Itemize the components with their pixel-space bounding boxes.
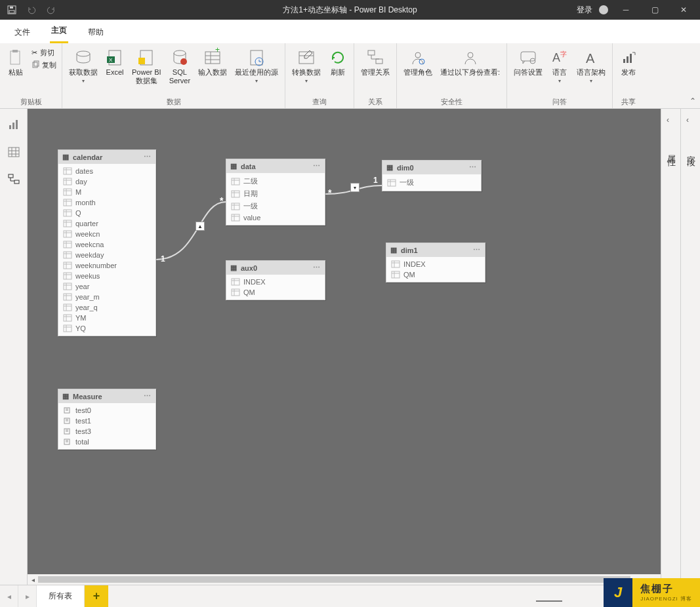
column-field[interactable]: year_m bbox=[58, 292, 155, 302]
table-data[interactable]: ▦data⋯ 二级日期一级value bbox=[226, 159, 325, 225]
measure-field[interactable]: test0 bbox=[58, 405, 155, 416]
column-field[interactable]: M bbox=[58, 187, 155, 197]
column-field[interactable]: INDEX bbox=[226, 277, 325, 287]
maximize-button[interactable]: ▢ bbox=[644, 0, 666, 20]
column-field[interactable]: QM bbox=[226, 287, 325, 298]
column-field[interactable]: Q bbox=[58, 208, 155, 218]
svg-rect-50 bbox=[64, 178, 72, 185]
column-field[interactable]: dates bbox=[58, 166, 155, 176]
measure-field[interactable]: test3 bbox=[58, 426, 155, 437]
ribbon-group-qa: 问答设置 A字语言▾ A语言架构▾ 问答 bbox=[507, 43, 613, 108]
svg-text:+: + bbox=[215, 45, 220, 54]
model-view-button[interactable] bbox=[6, 172, 22, 187]
publish-button[interactable]: 发布 bbox=[617, 47, 640, 78]
measure-field[interactable]: test1 bbox=[58, 416, 155, 426]
close-button[interactable]: ✕ bbox=[672, 0, 695, 20]
qa-settings-button[interactable]: 问答设置 bbox=[511, 47, 545, 78]
table-menu-button[interactable]: ⋯ bbox=[313, 162, 321, 170]
column-field[interactable]: YQ bbox=[58, 323, 155, 334]
column-field[interactable]: INDEX bbox=[386, 259, 485, 269]
table-menu-button[interactable]: ⋯ bbox=[144, 153, 152, 161]
column-field[interactable]: weekcna bbox=[58, 239, 155, 250]
column-field[interactable]: weekus bbox=[58, 271, 155, 281]
table-aux0[interactable]: ▦aux0⋯ INDEXQM bbox=[226, 260, 325, 300]
svg-point-26 bbox=[415, 52, 421, 58]
enter-data-button[interactable]: +输入数据 bbox=[196, 47, 230, 78]
data-view-button[interactable] bbox=[6, 144, 22, 160]
menu-home[interactable]: 主页 bbox=[50, 20, 68, 43]
svg-rect-104 bbox=[232, 214, 239, 221]
login-link[interactable]: 登录 bbox=[577, 5, 592, 16]
column-field[interactable]: weeknumber bbox=[58, 260, 155, 271]
save-icon[interactable] bbox=[7, 5, 17, 15]
ribbon-collapse-button[interactable]: ⌃ bbox=[690, 96, 696, 106]
table-menu-button[interactable]: ⋯ bbox=[313, 264, 321, 272]
column-field[interactable]: weekday bbox=[58, 250, 155, 260]
column-field[interactable]: weekcn bbox=[58, 229, 155, 239]
column-field[interactable]: day bbox=[58, 176, 155, 187]
menu-file[interactable]: 文件 bbox=[13, 22, 31, 43]
view-as-button[interactable]: 通过以下身份查看: bbox=[438, 47, 503, 78]
add-sheet-button[interactable]: + bbox=[85, 585, 108, 607]
avatar-icon[interactable] bbox=[599, 5, 608, 14]
table-dim0[interactable]: ▦dim0⋯ 一级 bbox=[382, 160, 482, 191]
transform-button[interactable]: 转换数据▾ bbox=[289, 47, 323, 85]
manage-roles-button[interactable]: 管理角色 bbox=[401, 47, 435, 78]
measure-field[interactable]: total bbox=[58, 437, 155, 447]
undo-icon[interactable] bbox=[26, 5, 37, 15]
table-menu-button[interactable]: ⋯ bbox=[144, 392, 152, 401]
svg-rect-110 bbox=[232, 279, 239, 285]
table-menu-button[interactable]: ⋯ bbox=[473, 246, 481, 254]
column-field[interactable]: 日期 bbox=[226, 187, 325, 200]
column-field[interactable]: 一级 bbox=[382, 176, 481, 189]
getdata-icon bbox=[74, 49, 93, 67]
svg-rect-86 bbox=[64, 304, 72, 311]
minimize-button[interactable]: ─ bbox=[615, 0, 637, 20]
report-view-button[interactable] bbox=[6, 117, 22, 132]
recent-sources-button[interactable]: 最近使用的源▾ bbox=[232, 47, 281, 85]
scroll-left-button[interactable]: ◂ bbox=[28, 574, 38, 585]
ribbon-group-relationship: 管理关系 关系 bbox=[354, 43, 397, 108]
column-field[interactable]: YM bbox=[58, 313, 155, 323]
column-field[interactable]: 二级 bbox=[226, 175, 325, 187]
horizontal-scrollbar[interactable]: ◂ ▸ bbox=[28, 574, 661, 585]
svg-rect-5 bbox=[33, 62, 37, 68]
column-field[interactable]: QM bbox=[386, 269, 485, 280]
paste-button[interactable]: 粘贴 bbox=[4, 47, 28, 78]
column-field[interactable]: value bbox=[226, 212, 325, 223]
sheet-prev-button[interactable]: ◂ bbox=[0, 585, 18, 607]
transform-icon bbox=[297, 49, 316, 67]
roles-icon bbox=[409, 49, 427, 67]
svg-point-7 bbox=[77, 51, 90, 56]
model-canvas[interactable]: 1 ▲ * * ▾ 1 ▦calendar⋯ datesdayMmonthQqu… bbox=[28, 109, 661, 574]
column-field[interactable]: month bbox=[58, 197, 155, 208]
copy-button[interactable]: 复制 bbox=[30, 60, 58, 71]
redo-icon[interactable] bbox=[46, 5, 56, 15]
excel-button[interactable]: XExcel bbox=[103, 47, 127, 78]
table-dim1[interactable]: ▦dim1⋯ INDEXQM bbox=[386, 243, 485, 283]
zoom-slider[interactable] bbox=[536, 600, 562, 602]
menu-help[interactable]: 帮助 bbox=[87, 22, 105, 43]
column-field[interactable]: year_q bbox=[58, 302, 155, 313]
table-menu-button[interactable]: ⋯ bbox=[469, 163, 477, 172]
svg-rect-116 bbox=[392, 261, 400, 267]
column-field[interactable]: 一级 bbox=[226, 200, 325, 212]
sheet-tab-all-tables[interactable]: 所有表 bbox=[37, 585, 85, 607]
schema-button[interactable]: A语言架构▾ bbox=[574, 47, 608, 85]
sheet-next-button[interactable]: ▸ bbox=[18, 585, 37, 607]
language-button[interactable]: A字语言▾ bbox=[548, 47, 571, 85]
svg-rect-40 bbox=[9, 147, 19, 157]
refresh-button[interactable]: 刷新 bbox=[326, 47, 350, 78]
column-field[interactable]: quarter bbox=[58, 218, 155, 229]
getdata-button[interactable]: 获取数据▾ bbox=[66, 47, 100, 85]
cut-button[interactable]: ✂剪切 bbox=[30, 47, 58, 58]
fields-pane-collapsed[interactable]: ‹ 字段 bbox=[680, 109, 700, 585]
table-calendar[interactable]: ▦calendar⋯ datesdayMmonthQquarterweekcnw… bbox=[58, 149, 156, 336]
svg-rect-77 bbox=[64, 273, 72, 279]
table-measure[interactable]: ▦Measure⋯ test0test1test3total bbox=[58, 389, 156, 450]
pbi-dataset-button[interactable]: Power BI 数据集 bbox=[129, 47, 164, 87]
column-field[interactable]: year bbox=[58, 281, 155, 292]
manage-relationships-button[interactable]: 管理关系 bbox=[358, 47, 392, 78]
properties-pane-collapsed[interactable]: ‹ 属性 bbox=[661, 109, 680, 585]
sql-button[interactable]: SQL Server bbox=[167, 47, 193, 87]
